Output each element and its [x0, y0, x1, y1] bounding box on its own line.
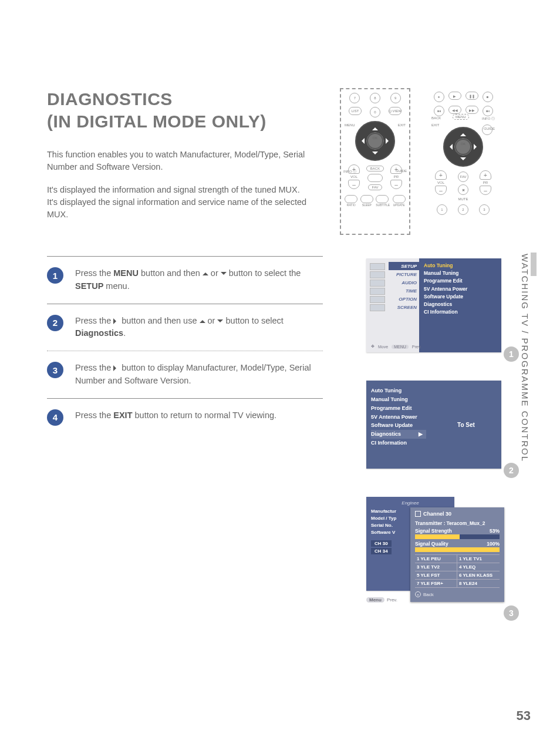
osd1-tab-setup[interactable]: SETUP: [389, 262, 419, 270]
thumb-icon: [370, 296, 385, 303]
osd2-left: Auto Tuning Manual Tuning Programme Edit…: [366, 381, 431, 469]
remote-btn-1[interactable]: 1: [437, 204, 447, 215]
intro-p1: This function enables you to watch Manuf…: [47, 149, 317, 173]
remote-btn-rew[interactable]: ◀◀: [448, 106, 461, 114]
remote-btn-2[interactable]: 2: [458, 204, 468, 215]
remote-dpad[interactable]: OK: [443, 127, 483, 167]
osd2-item[interactable]: Manual Tuning: [371, 395, 426, 404]
osd1-item[interactable]: Manual Tuning: [424, 270, 497, 277]
remote-b: ● ▶ ❚❚ ■ ⏮ ◀◀ ▶▶ ⏭ BACK MENU INFO ⓘ EXIT…: [428, 88, 498, 235]
remote-btn-qview[interactable]: Q.VIEW: [389, 107, 402, 115]
osd1-item[interactable]: 5V Antenna Power: [424, 285, 497, 293]
step-4: 4 Press the EXIT button to return to nor…: [47, 398, 323, 436]
remote-btn-back[interactable]: BACK: [366, 166, 384, 171]
remote-btn-0[interactable]: 0: [370, 107, 380, 117]
osd3-ch34[interactable]: CH 34: [371, 548, 392, 554]
remote-label-exit: EXIT: [398, 123, 406, 127]
page-title-line-1: DIAGNOSTICS: [47, 89, 173, 109]
channel-icon: [415, 511, 421, 517]
remote-btn-next[interactable]: ⏭: [483, 106, 493, 116]
remote-btn-mute[interactable]: ✖: [458, 184, 468, 195]
osd3-ch30[interactable]: CH 30: [371, 540, 392, 547]
bar-fill: [415, 547, 500, 552]
svc-cell: 6 YLEN KLASS: [457, 571, 500, 580]
remote-btn-ratio[interactable]: [345, 195, 357, 203]
back-icon: •: [415, 591, 421, 597]
remote-highlight-menu: MENU: [453, 114, 469, 120]
osd1-tab-audio[interactable]: AUDIO: [389, 278, 419, 287]
step-number-badge: 1: [47, 267, 63, 284]
remote-btn-guide[interactable]: [482, 124, 492, 135]
osd1-tab-picture[interactable]: PICTURE: [389, 270, 419, 278]
remote-btn-update[interactable]: [393, 195, 406, 203]
remote-pr-rocker[interactable]: + PR –: [390, 164, 402, 190]
osd1-item[interactable]: Software Update: [424, 293, 497, 301]
remote-btn-3[interactable]: 3: [479, 204, 490, 215]
thumb-icon: [370, 304, 385, 311]
remote-btn-list[interactable]: LIST: [349, 107, 362, 115]
remote-btn-play[interactable]: ▶: [448, 92, 461, 100]
osd3-ss-label: Signal Strength: [415, 528, 452, 534]
osd-badge-2: 2: [504, 463, 519, 478]
osd3-popup: Channel 30 Transmitter : Teracom_Mux_2 S…: [410, 507, 504, 602]
remote-btn-9[interactable]: 9: [390, 93, 401, 103]
remote-btn-fav[interactable]: FAV: [368, 184, 383, 190]
remote-btn-colour[interactable]: [367, 174, 383, 182]
osd2-item[interactable]: Programme Edit: [371, 404, 426, 413]
arrow-down-icon: [217, 319, 223, 325]
osd1-left: SETUP PICTURE AUDIO TIME OPTION SCREEN ✥…: [366, 258, 419, 352]
svc-cell: 1 YLE TV1: [457, 555, 500, 563]
arrow-down-icon: [372, 152, 378, 157]
osd2-item-selected[interactable]: Diagnostics ▶: [371, 430, 426, 439]
remote-btn-sleep[interactable]: [360, 195, 373, 203]
plus-icon: +: [435, 170, 447, 180]
osd1-item[interactable]: CI Information: [424, 308, 497, 316]
arrow-up-icon: [203, 270, 208, 275]
minus-icon: –: [390, 180, 402, 189]
remote-btn-fav[interactable]: FAV: [458, 171, 468, 182]
osd1-prev: Prev.: [412, 345, 421, 349]
osd1-item[interactable]: Programme Edit: [424, 277, 497, 285]
osd3-service-grid: 1 YLE PEU1 YLE TV1 3 YLE TV24 YLEQ 5 YLE…: [415, 554, 500, 588]
intro-p3: It's displayed the signal information an…: [47, 197, 306, 219]
remote-label-back: BACK: [431, 116, 441, 120]
osd3-sq-value: 100%: [487, 541, 500, 547]
osd1-tab-time[interactable]: TIME: [389, 287, 419, 295]
thumb-icon: [370, 288, 385, 295]
osd-badge-3: 3: [504, 605, 519, 621]
remote-label-info: INFO ⓘ: [482, 116, 495, 122]
osd2-item[interactable]: Auto Tuning: [371, 386, 426, 395]
osd1-item[interactable]: Diagnostics: [424, 301, 497, 308]
remote-btn-pause[interactable]: ❚❚: [465, 92, 478, 100]
osd2-item[interactable]: Software Update: [371, 421, 426, 430]
remote-btn-8[interactable]: 8: [370, 93, 380, 103]
osd1-tab-screen[interactable]: SCREEN: [389, 303, 419, 311]
remote-btn-7[interactable]: 7: [349, 93, 360, 103]
remote-a: 7 8 9 LIST 0 Q.VIEW MENU EXIT OK INFO ⓘ …: [340, 88, 410, 235]
osd-screenshots: SETUP PICTURE AUDIO TIME OPTION SCREEN ✥…: [349, 258, 501, 631]
osd1-item[interactable]: Auto Tuning: [424, 262, 497, 270]
step-3-text: Press the button to display Manufacturer…: [75, 362, 323, 388]
remote-btn-ok[interactable]: OK: [455, 139, 471, 155]
osd2-item[interactable]: 5V Antenna Power: [371, 413, 426, 422]
step-number-badge: 3: [47, 362, 63, 378]
remote-dpad[interactable]: OK: [355, 121, 395, 161]
svc-cell: 1 YLE PEU: [415, 555, 457, 563]
arrow-up-icon: [200, 317, 205, 323]
remote-btn-rec[interactable]: ●: [434, 92, 444, 102]
osd3-back-label: Back: [423, 592, 434, 597]
osd1-tab-option[interactable]: OPTION: [389, 295, 419, 303]
osd2-item[interactable]: CI Information: [371, 439, 426, 447]
remote-label-pr: PR: [483, 181, 488, 184]
remote-btn-stop[interactable]: ■: [483, 92, 493, 102]
step-number-badge: 2: [47, 315, 63, 331]
remote-btn-prev[interactable]: ⏮: [434, 106, 444, 116]
remote-btn-ff[interactable]: ▶▶: [465, 106, 478, 114]
remote-vol-rocker[interactable]: + VOL –: [348, 164, 360, 190]
remote-vol-rocker[interactable]: + VOL –: [435, 170, 447, 201]
remote-pr-rocker[interactable]: + PR –: [480, 170, 491, 201]
remote-btn-ok[interactable]: OK: [367, 133, 383, 149]
remote-btn-subtitle[interactable]: [376, 195, 389, 203]
remote-label-sleep: SLEEP: [360, 203, 373, 207]
step-2: 2 Press the button and then use or butto…: [47, 304, 323, 351]
